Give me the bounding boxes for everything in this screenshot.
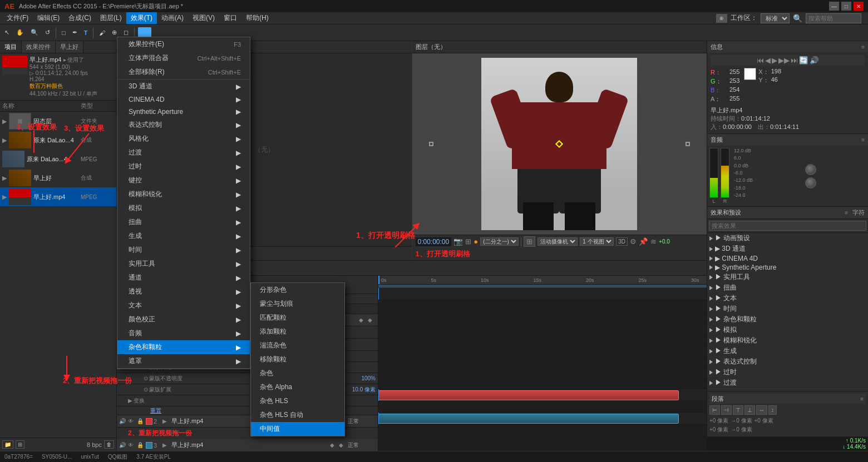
info-end-btn[interactable]: ⏭: [791, 56, 798, 64]
minimize-button[interactable]: —: [829, 2, 839, 11]
rotate-tool[interactable]: ↺: [43, 28, 52, 37]
menu-view[interactable]: 视图(V): [188, 12, 219, 24]
info-panel-header[interactable]: 信息 ≡: [707, 41, 868, 53]
motion-blur-btn[interactable]: ≋: [650, 237, 657, 246]
workspace-select[interactable]: 标准: [761, 13, 790, 23]
effect-category-gen[interactable]: ▶ 生成: [707, 346, 868, 356]
effect-category-time[interactable]: ▶ 时间: [707, 304, 868, 314]
cinema4d-item[interactable]: CINEMA 4D ▶: [117, 93, 250, 106]
distort-item[interactable]: 扭曲 ▶: [117, 215, 250, 229]
render-btn[interactable]: ⚙: [630, 237, 637, 246]
text-fx-item[interactable]: 文本 ▶: [117, 299, 250, 312]
align-btn-5[interactable]: ↔: [756, 405, 767, 415]
effects-search-input[interactable]: [709, 221, 866, 231]
synthetic-aperture-item[interactable]: Synthetic Aperture ▶: [117, 106, 250, 118]
audio-knob-l[interactable]: [805, 164, 816, 175]
search-input[interactable]: [806, 13, 861, 23]
align-btn-4[interactable]: ⊥: [744, 405, 755, 415]
align-btn-2[interactable]: ⊣: [721, 405, 732, 415]
brush-tool[interactable]: 🖌: [97, 28, 107, 37]
stylize-item[interactable]: 风格化 ▶: [117, 132, 250, 146]
3d-channel-item[interactable]: 3D 通道 ▶: [117, 80, 250, 93]
color-correct-item[interactable]: 颜色校正 ▶: [117, 312, 250, 326]
info-audio-btn[interactable]: 🔊: [810, 56, 819, 64]
tab-project[interactable]: 项目: [0, 41, 22, 53]
rect-tool[interactable]: □: [60, 28, 68, 37]
align-btn-6[interactable]: ↕: [768, 405, 777, 415]
stereo-mixer-item[interactable]: 立体声混合器 Ctrl+Alt+Shift+E: [117, 51, 250, 65]
align-btn-3[interactable]: ⊤: [733, 405, 743, 415]
menu-comp[interactable]: 合成(C): [64, 12, 96, 24]
zoom-select[interactable]: (二分之一): [480, 237, 519, 246]
effect-category-distort[interactable]: ▶ 扭曲: [707, 282, 868, 293]
info-start-btn[interactable]: ⏮: [757, 56, 764, 64]
effect-category-obsolete[interactable]: ▶ 过时: [707, 367, 868, 377]
char-tab[interactable]: 字符: [852, 208, 865, 217]
transition-item[interactable]: 过渡 ▶: [117, 146, 250, 160]
view-select[interactable]: 1 个视图: [580, 237, 614, 246]
info-next-btn[interactable]: ▶▶: [778, 56, 790, 64]
menu-edit[interactable]: 编辑(E): [33, 12, 64, 24]
time-item[interactable]: 时间 ▶: [117, 243, 250, 257]
audio-knob-r[interactable]: [805, 177, 816, 188]
new-comp-btn[interactable]: ⊞: [16, 440, 24, 449]
file-item[interactable]: 早上好.mp4 ▸ 使用了 544 x 592 (1.00) ▷ 0:01:14…: [0, 53, 116, 101]
simulate-item[interactable]: 模拟 ▶: [117, 201, 250, 215]
effect-category-anim[interactable]: ▶ 动画预设: [707, 233, 868, 244]
utility-item[interactable]: 实用工具 ▶: [117, 257, 250, 271]
menu-file[interactable]: 文件(F): [2, 12, 33, 24]
noise-grain-item[interactable]: 杂色和颗粒 ▶: [117, 340, 250, 354]
effect-controls-item[interactable]: 效果控件(E) F3: [117, 37, 250, 51]
effect-category-util[interactable]: ▶ 实用工具: [707, 272, 868, 282]
blur-item[interactable]: 模糊和锐化 ▶: [117, 187, 250, 201]
grid-btn[interactable]: ⊞: [465, 237, 471, 246]
keying-item[interactable]: 键控 ▶: [117, 173, 250, 187]
info-prev-btn[interactable]: ◀: [765, 56, 771, 64]
median-item[interactable]: 中间值: [251, 422, 344, 436]
remove-grain-item[interactable]: 移除颗粒: [251, 352, 344, 366]
delete-item-btn[interactable]: 🗑: [104, 440, 114, 449]
turbulent-noise-item[interactable]: 湍流杂色: [251, 339, 344, 352]
list-item[interactable]: ▶ 早上好.mp4 MPEG: [0, 187, 116, 206]
transparency-grid-btn[interactable]: ⊞: [524, 236, 535, 247]
matte-item[interactable]: 遮罩 ▶: [117, 354, 250, 368]
zoom-tool[interactable]: 🔍: [28, 28, 41, 37]
obsolete-item[interactable]: 过时 ▶: [117, 160, 250, 173]
tab-effects[interactable]: 效果控件: [22, 41, 56, 53]
select-tool[interactable]: ↖: [2, 28, 12, 37]
tab-comp[interactable]: 早上好: [56, 41, 83, 53]
effect-category-expr[interactable]: ▶ 表达式控制: [707, 356, 868, 367]
perspective-item[interactable]: 透视 ▶: [117, 285, 250, 299]
camera-icon[interactable]: 📷: [453, 237, 463, 246]
audio-fx-item[interactable]: 音频 ▶: [117, 326, 250, 340]
effect-category-cinema4d[interactable]: ▶ CINEMA 4D: [707, 254, 868, 263]
pen-tool[interactable]: ✒: [70, 28, 80, 37]
effect-category-sim[interactable]: ▶ 模拟: [707, 325, 868, 335]
match-grain-item[interactable]: 匹配颗粒: [251, 311, 344, 325]
align-btn-1[interactable]: ⊢: [709, 405, 720, 415]
noise-hls-item[interactable]: 杂色 HLS: [251, 394, 344, 408]
effect-category-text[interactable]: ▶ 文本: [707, 293, 868, 304]
channel-item[interactable]: 通道 ▶: [117, 271, 250, 285]
dust-scratches-item[interactable]: 蒙尘与划痕: [251, 297, 344, 311]
noise-item[interactable]: 杂色: [251, 366, 344, 380]
noise-hls-auto-item[interactable]: 杂色 HLS 自动: [251, 408, 344, 422]
3d-btn[interactable]: 3D: [616, 237, 628, 246]
snap-btn[interactable]: 📌: [639, 237, 648, 246]
new-folder-btn[interactable]: 📁: [2, 440, 13, 449]
close-button[interactable]: ✕: [854, 2, 864, 11]
generate-item[interactable]: 生成 ▶: [117, 229, 250, 243]
menu-anim[interactable]: 动画(A): [157, 12, 188, 24]
list-item[interactable]: ▶ 原来 DaLao...4 合成: [0, 131, 116, 150]
expr-control-item[interactable]: 表达式控制 ▶: [117, 118, 250, 132]
color-correct-btn[interactable]: ●: [474, 237, 478, 246]
audio-panel-header[interactable]: 音频 ≡: [707, 134, 868, 146]
list-item[interactable]: 原来 DaLao...4 MPEG: [0, 150, 116, 168]
clone-tool[interactable]: ⊕: [110, 28, 119, 37]
add-grain-item[interactable]: 添加颗粒: [251, 325, 344, 339]
info-play-btn[interactable]: ▶: [772, 56, 777, 64]
hand-tool[interactable]: ✋: [14, 28, 26, 37]
effect-category-trans[interactable]: ▶ 过渡: [707, 377, 868, 388]
remove-all-item[interactable]: 全部移除(R) Ctrl+Shift+E: [117, 65, 250, 79]
maximize-button[interactable]: □: [841, 2, 851, 11]
